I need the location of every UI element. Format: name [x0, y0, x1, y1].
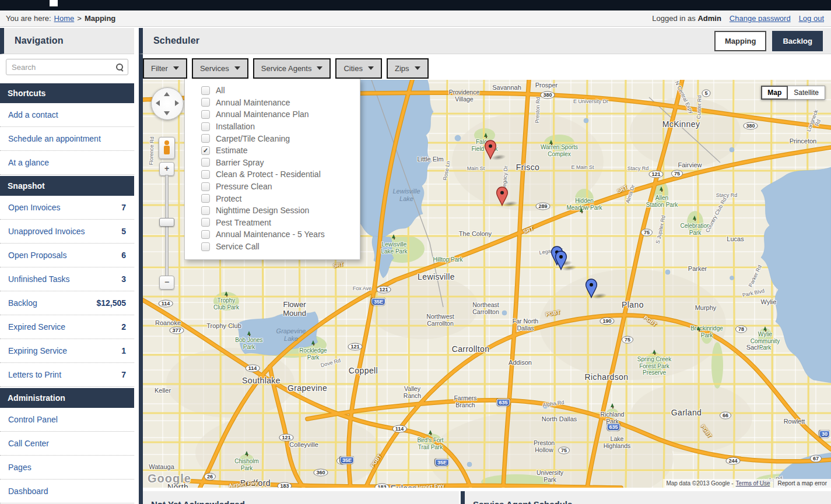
checkbox-unchecked[interactable]	[201, 86, 210, 95]
service-option-clean-protect-residential[interactable]: Clean & Protect - Residential	[185, 168, 360, 181]
map-type-map-button[interactable]: Map	[761, 86, 788, 100]
sidebar-item-value: 5	[121, 227, 126, 236]
zoom-slider-handle[interactable]	[159, 218, 174, 227]
sidebar-item-backlog[interactable]: Backlog$12,505	[0, 291, 134, 315]
filter-cities-button[interactable]: Cities	[335, 58, 382, 79]
sidebar-item-value: 6	[121, 251, 126, 260]
chevron-down-icon	[173, 66, 179, 70]
sidebar-item-label: Control Panel	[8, 415, 58, 424]
filter-service-agents-button[interactable]: Service Agents	[253, 58, 331, 79]
chevron-down-icon	[317, 66, 322, 70]
services-dropdown-menu: AllAnnual MaintenanceAnnual Maintenance …	[184, 79, 360, 260]
sidebar-item-dashboard[interactable]: Dashboard	[0, 480, 134, 503]
app-root: You are here: Home > Mapping Logged in a…	[0, 0, 831, 504]
checkbox-unchecked[interactable]	[201, 122, 210, 131]
filter-zips-button[interactable]: Zips	[387, 58, 429, 79]
checkbox-unchecked[interactable]	[201, 134, 210, 143]
zoom-in-button[interactable]: +	[159, 162, 174, 176]
filter-button-label: Filter	[151, 64, 168, 73]
sidebar-item-label: Open Proposals	[8, 251, 66, 260]
terms-of-use-link[interactable]: Terms of Use	[736, 480, 770, 487]
sidebar-item-control-panel[interactable]: Control Panel	[0, 408, 134, 432]
service-option-label: Carpet/Tile Cleaning	[216, 134, 290, 143]
sidebar-title: Navigation	[4, 36, 64, 46]
checkbox-unchecked[interactable]	[201, 194, 210, 203]
app-logo	[50, 0, 58, 6]
service-option-pressure-clean[interactable]: Pressure Clean	[185, 181, 360, 193]
service-option-annual-maintenance-plan[interactable]: Annual Maintenance Plan	[185, 108, 360, 121]
service-option-label: Annual Maintenance Plan	[216, 110, 309, 119]
pan-down-icon[interactable]	[164, 111, 170, 115]
sidebar-item-pages[interactable]: Pages	[0, 456, 134, 480]
map-marker-red[interactable]	[496, 186, 509, 206]
service-option-estimate[interactable]: ✓Estimate	[185, 144, 360, 157]
checkbox-unchecked[interactable]	[201, 182, 210, 191]
service-option-label: Protect	[216, 194, 241, 203]
breadcrumb-home-link[interactable]: Home	[54, 14, 75, 23]
pan-up-icon[interactable]	[164, 92, 170, 96]
service-option-label: Pest Treatment	[216, 218, 271, 227]
service-option-service-call[interactable]: Service Call	[185, 241, 360, 253]
service-option-pest-treatment[interactable]: Pest Treatment	[185, 217, 360, 229]
service-option-annual-maintenance[interactable]: Annual Maintenance	[185, 97, 360, 109]
mapping-button[interactable]: Mapping	[714, 31, 766, 51]
sidebar-item-open-proposals[interactable]: Open Proposals6	[0, 244, 134, 267]
breadcrumb-bar: You are here: Home > Mapping Logged in a…	[0, 10, 831, 27]
filter-filter-button[interactable]: Filter	[143, 58, 187, 79]
sidebar-item-label: Unapproved Invoices	[8, 227, 85, 236]
sidebar-item-expired-service[interactable]: Expired Service2	[0, 315, 134, 339]
sidebar-item-expiring-service[interactable]: Expiring Service1	[0, 339, 134, 363]
sidebar-item-unfinished-tasks[interactable]: Unfinished Tasks3	[0, 267, 134, 291]
sidebar-item-letters-to-print[interactable]: Letters to Print7	[0, 363, 134, 387]
zoom-out-button[interactable]: −	[159, 276, 174, 290]
checkbox-unchecked[interactable]	[201, 98, 210, 107]
service-option-carpet-tile-cleaning[interactable]: Carpet/Tile Cleaning	[185, 132, 360, 144]
service-option-installation[interactable]: Installation	[185, 121, 360, 133]
checkbox-unchecked[interactable]	[201, 242, 210, 251]
checkbox-unchecked[interactable]	[201, 158, 210, 167]
service-option-annual-maintenance-5-years[interactable]: Annual Maintenance - 5 Years	[185, 228, 360, 241]
sidebar-item-open-invoices[interactable]: Open Invoices7	[0, 196, 134, 220]
sidebar-item-add-a-contact[interactable]: Add a contact	[0, 103, 134, 127]
change-password-link[interactable]: Change password	[730, 14, 791, 23]
map-type-satellite-button[interactable]: Satellite	[788, 86, 825, 100]
chevron-down-icon	[368, 66, 374, 70]
report-map-error-link[interactable]: Report a map error	[773, 479, 831, 488]
map-pan-control[interactable]	[151, 87, 184, 120]
sidebar-item-value: 2	[121, 322, 126, 332]
checkbox-unchecked[interactable]	[201, 206, 210, 215]
sidebar-item-call-center[interactable]: Call Center	[0, 432, 134, 456]
main-panel-accent	[139, 54, 143, 504]
log-out-link[interactable]: Log out	[799, 14, 824, 23]
search-icon[interactable]	[115, 63, 124, 71]
sidebar-item-unapproved-invoices[interactable]: Unapproved Invoices5	[0, 220, 134, 244]
sidebar-item-label: Open Invoices	[8, 203, 61, 212]
service-option-label: Annual Maintenance	[216, 98, 290, 107]
breadcrumb-current: Mapping	[85, 14, 115, 23]
sidebar: ShortcutsAdd a contactSchedule an appoin…	[0, 54, 134, 504]
sidebar-item-schedule-an-appointment[interactable]: Schedule an appointment	[0, 127, 134, 151]
service-option-label: All	[216, 86, 225, 95]
sidebar-item-at-a-glance[interactable]: At a glance	[0, 151, 134, 175]
checkbox-unchecked[interactable]	[201, 218, 210, 227]
service-option-label: Barrier Spray	[216, 158, 264, 167]
service-option-protect[interactable]: Protect	[185, 192, 360, 205]
search-input[interactable]	[6, 59, 128, 75]
street-view-pegman[interactable]	[159, 137, 175, 159]
backlog-button[interactable]: Backlog	[772, 31, 823, 51]
filter-services-button[interactable]: Services	[192, 58, 248, 79]
checkbox-unchecked[interactable]	[201, 110, 210, 119]
checkbox-unchecked[interactable]	[201, 170, 210, 179]
pan-right-icon[interactable]	[175, 100, 179, 106]
breadcrumb: You are here: Home > Mapping	[0, 14, 652, 23]
service-option-nighttime-design-session[interactable]: Nighttime Design Session	[185, 205, 360, 217]
service-option-barrier-spray[interactable]: Barrier Spray	[185, 157, 360, 169]
checkbox-unchecked[interactable]	[201, 230, 210, 239]
map-marker-red[interactable]	[484, 140, 497, 160]
service-option-all[interactable]: All	[185, 84, 360, 97]
map-marker-blue[interactable]	[585, 279, 598, 298]
checkbox-checked[interactable]: ✓	[201, 146, 210, 155]
pan-left-icon[interactable]	[156, 100, 160, 106]
map-marker-blue[interactable]	[555, 251, 567, 270]
sidebar-item-label: Expiring Service	[8, 346, 67, 355]
